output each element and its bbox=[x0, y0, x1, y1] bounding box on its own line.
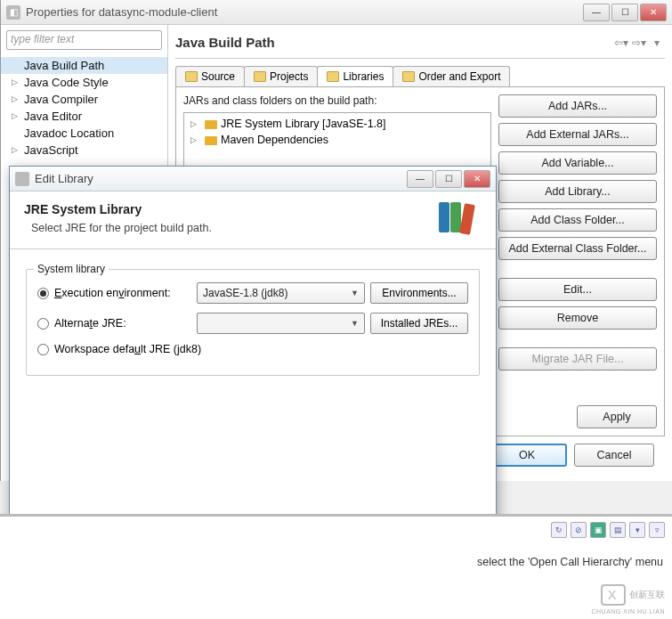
tab-libraries[interactable]: Libraries bbox=[317, 66, 393, 86]
nav-back-icon[interactable]: ⇦▾ bbox=[613, 35, 629, 51]
add-external-jars-button[interactable]: Add External JARs... bbox=[498, 123, 657, 146]
group-label: System library bbox=[34, 263, 109, 275]
button-column: Add JARs... Add External JARs... Add Var… bbox=[498, 94, 657, 428]
tree-item-javascript[interactable]: ▷JavaScript bbox=[1, 142, 167, 159]
add-library-button[interactable]: Add Library... bbox=[498, 180, 657, 203]
chevron-down-icon: ▼ bbox=[351, 289, 359, 297]
close-button[interactable]: ✕ bbox=[640, 4, 667, 21]
app-icon bbox=[15, 172, 29, 186]
minimize-button[interactable]: — bbox=[583, 4, 610, 21]
alt-jre-label: Alternate JRE: bbox=[54, 317, 191, 330]
expand-arrow-icon[interactable]: ▷ bbox=[12, 94, 19, 102]
exec-env-radio[interactable] bbox=[37, 288, 49, 299]
dialog-body: System library Execution environment: Ja… bbox=[10, 249, 496, 388]
refresh-icon[interactable]: ↻ bbox=[551, 522, 567, 538]
folder-icon bbox=[185, 71, 198, 82]
alt-jre-combo: ▼ bbox=[197, 313, 365, 334]
minimize-button[interactable]: — bbox=[407, 170, 433, 188]
workspace-default-label: Workspace default JRE (jdk8) bbox=[54, 343, 201, 355]
tree-item-java-code-style[interactable]: ▷Java Code Style bbox=[1, 74, 167, 91]
edit-button[interactable]: Edit... bbox=[498, 278, 657, 301]
dialog-heading: JRE System Library bbox=[24, 202, 439, 216]
exec-env-row: Execution environment: JavaSE-1.8 (jdk8)… bbox=[37, 282, 468, 304]
order-icon bbox=[402, 71, 415, 82]
exec-env-label: Execution environment: bbox=[54, 287, 191, 299]
expand-arrow-icon[interactable]: ▷ bbox=[12, 111, 19, 118]
tree-callee-icon[interactable]: ▤ bbox=[610, 522, 626, 538]
add-ext-class-folder-button[interactable]: Add External Class Folder... bbox=[498, 237, 657, 260]
tab-bar: Source Projects Libraries Order and Expo… bbox=[175, 66, 665, 86]
library-icon bbox=[327, 71, 339, 82]
tree-item-java-compiler[interactable]: ▷Java Compiler bbox=[1, 91, 167, 108]
history-icon[interactable]: ▾ bbox=[629, 522, 645, 538]
hierarchy-view-snippet: ↻ ⊘ ▣ ▤ ▾ ▿ select the 'Open Call Hierar… bbox=[0, 514, 672, 619]
tab-projects[interactable]: Projects bbox=[244, 66, 318, 86]
tab-source[interactable]: Source bbox=[175, 66, 245, 86]
close-button[interactable]: ✕ bbox=[464, 170, 490, 188]
books-icon bbox=[439, 202, 482, 238]
workspace-default-row: Workspace default JRE (jdk8) bbox=[37, 343, 468, 355]
apply-button[interactable]: Apply bbox=[577, 405, 657, 428]
remove-button[interactable]: Remove bbox=[498, 306, 657, 330]
filter-input[interactable]: type filter text bbox=[6, 30, 162, 50]
expand-arrow-icon[interactable]: ▷ bbox=[190, 119, 197, 128]
add-class-folder-button[interactable]: Add Class Folder... bbox=[498, 208, 657, 232]
app-icon: ◧ bbox=[6, 5, 20, 20]
list-item[interactable]: ▷JRE System Library [JavaSE-1.8] bbox=[187, 116, 488, 132]
dialog-desc: Select JRE for the project build path. bbox=[31, 222, 439, 234]
add-variable-button[interactable]: Add Variable... bbox=[498, 151, 657, 175]
expand-arrow-icon[interactable]: ▷ bbox=[12, 77, 19, 85]
nav-fwd-icon[interactable]: ⇨▾ bbox=[631, 35, 647, 51]
library-icon bbox=[205, 136, 217, 145]
page-heading: Java Build Path bbox=[175, 35, 611, 50]
installed-jres-button[interactable]: Installed JREs... bbox=[370, 313, 468, 334]
list-item[interactable]: ▷Maven Dependencies bbox=[187, 132, 488, 148]
expand-arrow-icon[interactable]: ▷ bbox=[12, 145, 19, 152]
alt-jre-row: Alternate JRE: ▼ Installed JREs... bbox=[37, 313, 468, 334]
maximize-button[interactable]: ☐ bbox=[611, 4, 638, 21]
list-label: JARs and class folders on the build path… bbox=[183, 94, 491, 107]
tree-item-java-build-path[interactable]: Java Build Path bbox=[1, 57, 167, 74]
expand-arrow-icon[interactable]: ▷ bbox=[190, 135, 197, 144]
cancel-button[interactable]: Cancel bbox=[574, 444, 654, 467]
view-menu-icon[interactable]: ▿ bbox=[649, 522, 665, 538]
dialog-header: JRE System Library Select JRE for the pr… bbox=[10, 191, 496, 249]
library-icon bbox=[205, 120, 217, 129]
brand-logo: 创新互联 CHUANG XIN HU LIAN bbox=[591, 584, 665, 615]
chevron-down-icon: ▼ bbox=[351, 319, 359, 328]
tree-item-javadoc-location[interactable]: Javadoc Location bbox=[1, 125, 167, 142]
maximize-button[interactable]: ☐ bbox=[435, 170, 462, 188]
view-toolbar: ↻ ⊘ ▣ ▤ ▾ ▿ bbox=[551, 522, 665, 538]
tree-caller-icon[interactable]: ▣ bbox=[590, 522, 606, 538]
window-title: Properties for datasync-module-client bbox=[26, 5, 583, 19]
folder-icon bbox=[254, 71, 266, 82]
window-controls: — ☐ ✕ bbox=[583, 4, 667, 21]
hint-text: select the 'Open Call Hierarchy' menu bbox=[477, 556, 663, 568]
environments-button[interactable]: Environments... bbox=[370, 282, 468, 304]
system-library-group: System library Execution environment: Ja… bbox=[26, 269, 480, 376]
dialog-titlebar: Edit Library — ☐ ✕ bbox=[10, 167, 496, 191]
dialog-title: Edit Library bbox=[35, 172, 407, 185]
workspace-default-radio[interactable] bbox=[37, 344, 49, 355]
cancel-icon[interactable]: ⊘ bbox=[571, 522, 587, 538]
migrate-jar-button: Migrate JAR File... bbox=[498, 347, 657, 371]
titlebar: ◧ Properties for datasync-module-client … bbox=[1, 0, 672, 25]
add-jars-button[interactable]: Add JARs... bbox=[498, 94, 657, 118]
tree-item-java-editor[interactable]: ▷Java Editor bbox=[1, 108, 167, 125]
view-menu-icon[interactable]: ▾ bbox=[649, 35, 665, 51]
ok-button[interactable]: OK bbox=[487, 444, 567, 467]
tab-order-export[interactable]: Order and Export bbox=[393, 66, 510, 86]
exec-env-combo[interactable]: JavaSE-1.8 (jdk8)▼ bbox=[197, 282, 365, 304]
alt-jre-radio[interactable] bbox=[37, 318, 49, 330]
